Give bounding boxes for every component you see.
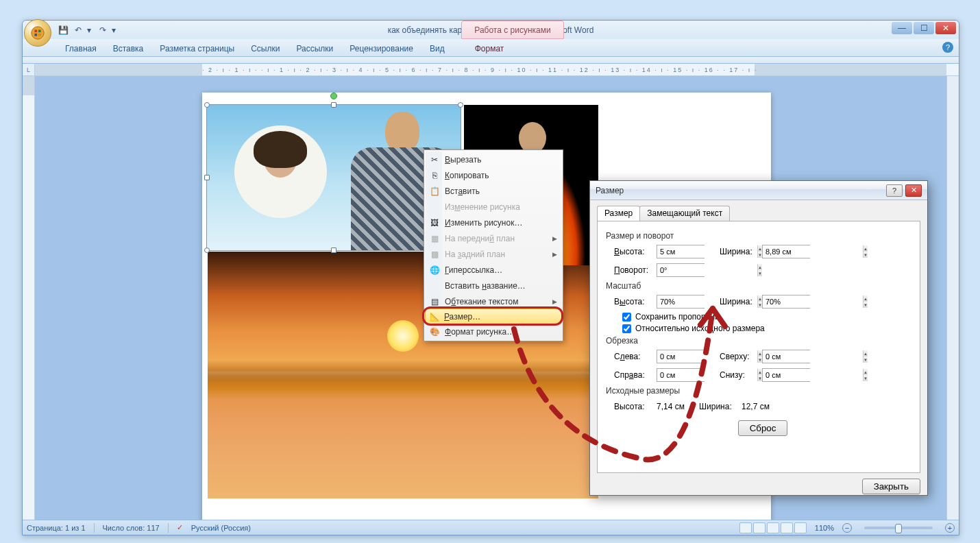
office-button[interactable] xyxy=(24,19,51,47)
zoom-out-button[interactable]: − xyxy=(842,523,852,533)
svg-point-0 xyxy=(32,27,44,39)
ruler-corner[interactable]: L xyxy=(23,64,35,76)
spin-down-icon[interactable]: ▼ xyxy=(863,302,868,308)
spin-down-icon[interactable]: ▼ xyxy=(863,357,868,363)
statusbar: Страница: 1 из 1 Число слов: 117 ✓ Русск… xyxy=(23,520,959,535)
ruler-vertical[interactable] xyxy=(23,76,35,520)
resize-handle[interactable] xyxy=(204,175,210,180)
ruler-horizontal[interactable]: L · 2 · ı · 1 · ı · · ı · 1 · ı · 2 · ı … xyxy=(23,64,959,76)
svg-rect-4 xyxy=(38,34,41,36)
spin-down-icon[interactable]: ▼ xyxy=(863,375,868,381)
resize-handle[interactable] xyxy=(458,102,463,108)
ctx-format-picture[interactable]: 🎨Формат рисунка… xyxy=(426,324,561,339)
scale-width-spinner[interactable]: ▲▼ xyxy=(762,295,810,309)
spin-up-icon[interactable]: ▲ xyxy=(863,350,868,357)
view-buttons xyxy=(739,522,807,533)
dialog-tab-alt-text[interactable]: Замещающий текст xyxy=(639,206,730,221)
crop-top-input[interactable] xyxy=(763,350,863,363)
crop-top-spinner[interactable]: ▲▼ xyxy=(762,350,810,363)
tab-home[interactable]: Главная xyxy=(57,41,105,56)
window-controls: — ☐ ✕ xyxy=(892,22,956,34)
view-full-screen[interactable] xyxy=(753,522,765,533)
dialog-help-button[interactable]: ? xyxy=(886,184,903,197)
ctx-text-wrapping[interactable]: ▤Обтекание текстом▶ xyxy=(426,293,561,309)
view-outline[interactable] xyxy=(781,522,793,533)
spin-up-icon[interactable]: ▲ xyxy=(863,295,868,302)
copy-icon: ⎘ xyxy=(428,169,441,182)
dialog-close-button[interactable]: ✕ xyxy=(905,184,922,197)
crop-right-label: Справа: xyxy=(614,370,657,380)
format-picture-icon: 🎨 xyxy=(428,326,441,338)
crop-right-spinner[interactable]: ▲▼ xyxy=(657,368,705,382)
original-width-value: 12,7 см xyxy=(742,402,770,411)
rotation-input[interactable] xyxy=(657,264,757,276)
help-icon[interactable]: ? xyxy=(942,42,953,53)
tab-page-layout[interactable]: Разметка страницы xyxy=(151,41,243,56)
tab-format[interactable]: Формат xyxy=(467,41,513,56)
minimize-button[interactable]: — xyxy=(892,22,912,34)
ctx-edit-picture[interactable]: 🖼Изменить рисунок… xyxy=(426,215,561,230)
crop-left-spinner[interactable]: ▲▼ xyxy=(657,350,705,363)
titlebar: 💾 ↶ ▾ ↷ ▾ как объединять картинки в Пэйн… xyxy=(23,21,959,39)
resize-handle[interactable] xyxy=(204,248,210,253)
resize-handle[interactable] xyxy=(204,102,210,108)
close-dialog-button[interactable]: Закрыть xyxy=(862,479,920,494)
ctx-paste[interactable]: 📋Вставить xyxy=(426,183,561,199)
undo-icon[interactable]: ↶ xyxy=(72,24,84,36)
crop-bottom-input[interactable] xyxy=(763,369,863,381)
context-menu: ✂Вырезать ⎘Копировать 📋Вставить Изменени… xyxy=(424,149,563,341)
cut-icon: ✂ xyxy=(428,154,441,166)
original-width-label: Ширина: xyxy=(699,402,742,411)
tab-insert[interactable]: Вставка xyxy=(105,41,152,56)
ctx-insert-caption[interactable]: Вставить название… xyxy=(426,278,561,293)
resize-handle[interactable] xyxy=(331,248,336,253)
spin-down-icon[interactable]: ▼ xyxy=(758,270,762,276)
scale-height-spinner[interactable]: ▲▼ xyxy=(657,295,705,309)
send-back-icon: ▩ xyxy=(428,248,441,261)
ctx-hyperlink[interactable]: 🌐Гиперссылка… xyxy=(426,262,561,278)
spellcheck-icon[interactable]: ✓ xyxy=(177,523,183,532)
zoom-in-button[interactable]: + xyxy=(945,523,955,533)
scale-width-input[interactable] xyxy=(763,295,863,308)
spin-down-icon[interactable]: ▼ xyxy=(863,252,868,258)
view-print-layout[interactable] xyxy=(739,522,752,533)
contextual-tab-group: Работа с рисунками xyxy=(461,21,564,39)
maximize-button[interactable]: ☐ xyxy=(914,22,934,34)
view-draft[interactable] xyxy=(794,522,807,533)
spin-up-icon[interactable]: ▲ xyxy=(863,245,868,252)
crop-bottom-spinner[interactable]: ▲▼ xyxy=(762,368,810,382)
height-spinner[interactable]: ▲▼ xyxy=(657,245,705,258)
lock-aspect-checkbox[interactable]: Сохранить пропорции xyxy=(622,312,911,322)
redo-icon[interactable]: ↷ xyxy=(97,24,109,36)
scrollbar-vertical[interactable] xyxy=(946,76,959,520)
spin-up-icon[interactable]: ▲ xyxy=(863,369,868,375)
ctx-copy[interactable]: ⎘Копировать xyxy=(426,167,561,183)
undo-dropdown-icon[interactable]: ▾ xyxy=(87,25,94,35)
status-page[interactable]: Страница: 1 из 1 xyxy=(27,524,86,532)
group-scale-label: Масштаб xyxy=(606,281,911,291)
width-input[interactable] xyxy=(763,245,863,258)
reset-button[interactable]: Сброс xyxy=(738,420,788,436)
relative-original-checkbox[interactable]: Относительно исходного размера xyxy=(622,324,911,333)
ctx-size[interactable]: 📐Размер… xyxy=(425,309,562,324)
rotation-spinner[interactable]: ▲▼ xyxy=(657,263,705,277)
status-language[interactable]: Русский (Россия) xyxy=(191,524,251,532)
status-words[interactable]: Число слов: 117 xyxy=(103,524,160,532)
tab-mailings[interactable]: Рассылки xyxy=(288,41,341,56)
zoom-level[interactable]: 110% xyxy=(815,524,834,532)
tab-references[interactable]: Ссылки xyxy=(243,41,288,56)
dialog-titlebar[interactable]: Размер ? ✕ xyxy=(590,181,927,200)
tab-view[interactable]: Вид xyxy=(421,41,453,56)
width-spinner[interactable]: ▲▼ xyxy=(762,245,810,258)
ctx-cut[interactable]: ✂Вырезать xyxy=(426,152,561,167)
spin-up-icon[interactable]: ▲ xyxy=(758,264,762,270)
tab-review[interactable]: Рецензирование xyxy=(341,41,421,56)
view-web-layout[interactable] xyxy=(767,522,779,533)
qat-customize-icon[interactable]: ▾ xyxy=(112,25,119,35)
zoom-slider[interactable] xyxy=(864,527,933,529)
resize-handle[interactable] xyxy=(331,102,336,108)
save-icon[interactable]: 💾 xyxy=(57,24,69,36)
close-button[interactable]: ✕ xyxy=(935,22,956,34)
dialog-tab-size[interactable]: Размер xyxy=(597,206,640,221)
rotation-handle[interactable] xyxy=(330,93,337,99)
